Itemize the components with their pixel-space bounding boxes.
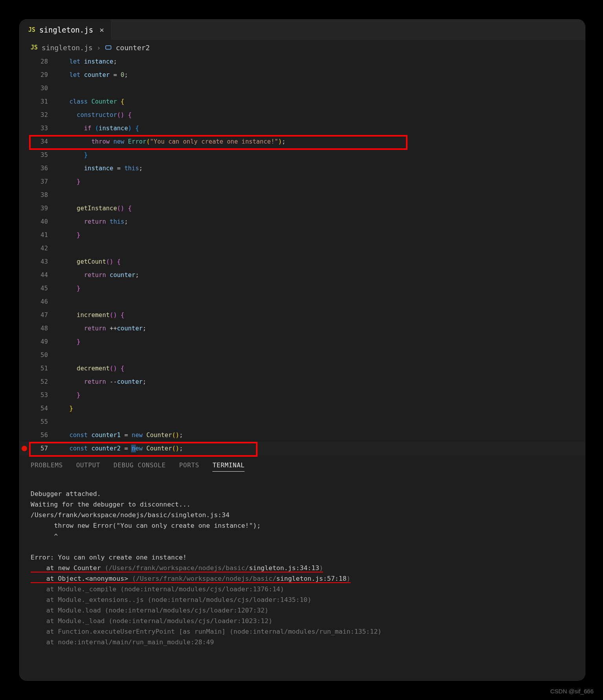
- terminal-line: at node:internal/main/run_main_module:28…: [31, 638, 214, 646]
- code-content[interactable]: instance = this;: [50, 165, 143, 172]
- code-content[interactable]: const counter1 = new Counter();: [50, 432, 183, 439]
- code-line[interactable]: 45 }: [20, 282, 585, 295]
- token: (): [172, 445, 179, 452]
- code-line[interactable]: 39 getInstance() {: [20, 202, 585, 215]
- code-line[interactable]: 38: [20, 188, 585, 202]
- code-line[interactable]: 29 let counter = 0;: [20, 68, 585, 82]
- breadcrumb[interactable]: JS singleton.js › counter2: [20, 40, 585, 55]
- line-number: 57: [29, 445, 50, 452]
- token: }: [84, 151, 88, 159]
- tab-terminal[interactable]: TERMINAL: [212, 461, 245, 472]
- terminal-line: at Function.executeUserEntryPoint [as ru…: [31, 628, 382, 635]
- code-line[interactable]: 49 }: [20, 335, 585, 348]
- tab-problems[interactable]: PROBLEMS: [31, 461, 63, 472]
- code-content[interactable]: if (instance) {: [50, 125, 139, 132]
- code-line[interactable]: 31 class Counter {: [20, 95, 585, 108]
- breakpoint-gutter[interactable]: [20, 446, 29, 451]
- terminal-output[interactable]: Debugger attached. Waiting for the debug…: [20, 476, 585, 666]
- code-line[interactable]: 56 const counter1 = new Counter();: [20, 428, 585, 442]
- code-content[interactable]: }: [50, 405, 73, 412]
- code-content[interactable]: decrement() {: [50, 365, 124, 372]
- token: ;: [124, 71, 128, 78]
- code-line[interactable]: 42: [20, 242, 585, 255]
- code-content[interactable]: }: [50, 285, 80, 292]
- code-line[interactable]: 44 return counter;: [20, 268, 585, 282]
- token: (: [146, 138, 150, 145]
- token: this: [110, 218, 124, 225]
- code-content[interactable]: const counter2 = new Counter();: [50, 445, 183, 452]
- token: }: [77, 338, 80, 345]
- file-tab[interactable]: JS singleton.js ×: [20, 20, 111, 40]
- code-content[interactable]: return ++counter;: [50, 325, 146, 332]
- code-content[interactable]: throw new Error("You can only create one…: [50, 138, 285, 145]
- tab-output[interactable]: OUTPUT: [76, 461, 100, 472]
- code-line[interactable]: 50: [20, 348, 585, 362]
- close-icon[interactable]: ×: [99, 25, 104, 35]
- token: =: [110, 71, 121, 78]
- code-line[interactable]: 36 instance = this;: [20, 162, 585, 175]
- code-line[interactable]: 37 }: [20, 175, 585, 188]
- token: (): [110, 312, 117, 319]
- code-content[interactable]: getCount() {: [50, 258, 121, 265]
- code-line[interactable]: 32 constructor() {: [20, 108, 585, 122]
- code-content[interactable]: return this;: [50, 218, 128, 225]
- token: ;: [139, 165, 143, 172]
- code-content[interactable]: return counter;: [50, 272, 139, 279]
- token: instance: [84, 58, 113, 65]
- code-line[interactable]: 33 if (instance) {: [20, 122, 585, 135]
- token: (): [110, 365, 117, 372]
- code-line[interactable]: 35 }: [20, 148, 585, 162]
- line-number: 47: [29, 312, 50, 319]
- code-content[interactable]: }: [50, 338, 80, 345]
- code-line[interactable]: 48 return ++counter;: [20, 322, 585, 335]
- token: ;: [113, 58, 117, 65]
- code-content[interactable]: }: [50, 392, 80, 399]
- code-line[interactable]: 40 return this;: [20, 215, 585, 228]
- token: {: [117, 258, 121, 265]
- line-number: 46: [29, 298, 50, 305]
- code-editor[interactable]: 28 let instance;29 let counter = 0;3031 …: [20, 55, 585, 455]
- line-number: 51: [29, 365, 50, 372]
- code-line[interactable]: 28 let instance;: [20, 55, 585, 68]
- token: (): [172, 432, 179, 439]
- code-line[interactable]: 52 return --counter;: [20, 375, 585, 388]
- code-line[interactable]: 30: [20, 82, 585, 95]
- code-line[interactable]: 53 }: [20, 388, 585, 402]
- tab-ports[interactable]: PORTS: [179, 461, 199, 472]
- tab-debug-console[interactable]: DEBUG CONSOLE: [113, 461, 166, 472]
- code-content[interactable]: return --counter;: [50, 378, 146, 385]
- token: Error: [128, 138, 146, 145]
- line-number: 40: [29, 218, 50, 225]
- code-line[interactable]: 43 getCount() {: [20, 255, 585, 268]
- token: throw: [91, 138, 113, 145]
- line-number: 52: [29, 378, 50, 385]
- code-line[interactable]: 51 decrement() {: [20, 362, 585, 375]
- token: return: [84, 272, 110, 279]
- token: [124, 111, 128, 118]
- code-content[interactable]: let instance;: [50, 58, 117, 65]
- code-content[interactable]: }: [50, 178, 80, 185]
- code-content[interactable]: }: [50, 151, 88, 159]
- token: ): [128, 125, 132, 132]
- watermark: CSDN @sif_666: [550, 688, 594, 695]
- code-line[interactable]: 54 }: [20, 402, 585, 415]
- token: [113, 258, 117, 265]
- code-content[interactable]: constructor() {: [50, 111, 132, 118]
- code-content[interactable]: class Counter {: [50, 98, 124, 105]
- line-number: 33: [29, 125, 50, 132]
- code-line[interactable]: 55: [20, 415, 585, 428]
- code-line[interactable]: 46: [20, 295, 585, 308]
- code-line[interactable]: 57 const counter2 = new Counter();: [20, 442, 585, 455]
- code-line[interactable]: 47 increment() {: [20, 308, 585, 322]
- token: instance: [99, 125, 128, 132]
- breadcrumb-file[interactable]: singleton.js: [42, 44, 93, 52]
- breadcrumb-symbol[interactable]: counter2: [116, 44, 150, 52]
- code-line[interactable]: 41 }: [20, 228, 585, 242]
- code-content[interactable]: getInstance() {: [50, 205, 132, 212]
- code-line[interactable]: 34 throw new Error("You can only create …: [20, 135, 585, 148]
- line-number: 48: [29, 325, 50, 332]
- code-content[interactable]: increment() {: [50, 312, 124, 319]
- code-content[interactable]: let counter = 0;: [50, 71, 128, 78]
- code-content[interactable]: }: [50, 232, 80, 239]
- breakpoint-icon[interactable]: [22, 446, 27, 451]
